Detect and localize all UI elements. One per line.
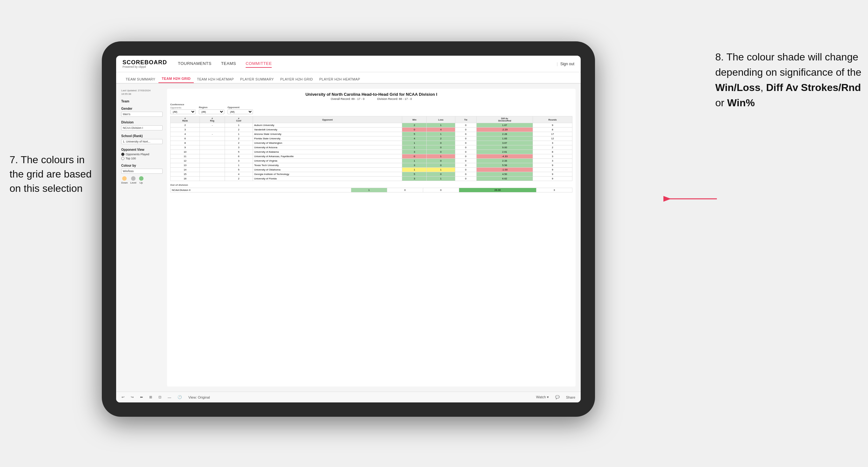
- colour-by-select[interactable]: Win/loss: [121, 168, 163, 174]
- gender-label: Gender: [121, 107, 163, 111]
- nav-item-teams[interactable]: TEAMS: [221, 60, 236, 68]
- col-opponent: Opponent: [253, 117, 402, 123]
- gender-select[interactable]: Men's: [121, 112, 163, 117]
- table-row-reg: [200, 159, 225, 163]
- table-row-rounds: 9: [533, 163, 572, 168]
- annotation-left: 7. The colours in the grid are based on …: [9, 153, 99, 195]
- sub-nav-player-h2h-heatmap[interactable]: PLAYER H2H HEATMAP: [316, 75, 363, 83]
- conference-filter: Conference Opponents: (All): [170, 103, 196, 114]
- table-row-loss: 1: [427, 132, 455, 136]
- table-row-win: 1: [402, 159, 427, 163]
- school-section: School (Rank) 1. University of Nort...: [121, 134, 163, 144]
- table-row-rounds: 9: [533, 123, 572, 128]
- table-row-rank: 12: [170, 159, 200, 163]
- legend-down-label: Down: [121, 181, 128, 184]
- table-row-rank: 4: [170, 132, 200, 136]
- table-row-conf: 5: [225, 150, 253, 154]
- sub-nav-team-summary[interactable]: TEAM SUMMARY: [123, 75, 158, 83]
- table-row-reg: [200, 177, 225, 181]
- top-nav: SCOREBOARD Powered by clippd TOURNAMENTS…: [116, 56, 581, 72]
- sub-nav-team-h2h-grid[interactable]: TEAM H2H GRID: [158, 75, 194, 83]
- col-rank: #Rank: [170, 117, 200, 123]
- table-row-win: 1: [402, 145, 427, 150]
- annotation-right: 8. The colour shade will change dependin…: [715, 49, 862, 111]
- comment-btn[interactable]: 💬: [554, 395, 561, 400]
- division-label: Division: [121, 121, 163, 124]
- table-row-reg: [200, 154, 225, 159]
- col-conf: #Conf: [225, 117, 253, 123]
- opponent-view-section: Opponent View Opponents Played Top 100: [121, 148, 163, 160]
- table-row-win: 2: [402, 123, 427, 128]
- out-row-rounds: 3: [536, 188, 572, 192]
- dash-btn[interactable]: —: [166, 395, 173, 400]
- opponent-played-radio[interactable]: Opponents Played: [121, 153, 163, 156]
- table-row-diff: 1.67: [476, 123, 533, 128]
- table-row-tie: 0: [455, 172, 476, 177]
- view-btn[interactable]: View: Original: [187, 395, 212, 400]
- opponent-select[interactable]: (All): [227, 110, 253, 114]
- region-select[interactable]: (All): [199, 110, 224, 114]
- sub-nav-player-summary[interactable]: PLAYER SUMMARY: [237, 75, 277, 83]
- out-row-division: NCAA Division II: [170, 188, 351, 192]
- division-select[interactable]: NCAA Division I: [121, 125, 163, 130]
- sub-nav-team-h2h-heatmap[interactable]: TEAM H2H HEATMAP: [194, 75, 237, 83]
- conference-select[interactable]: (All): [170, 110, 196, 114]
- radio-dot-played: [121, 153, 124, 156]
- table-row-diff: 2.33: [476, 159, 533, 163]
- table-row-rank: 6: [170, 136, 200, 141]
- gender-section: Gender Men's: [121, 107, 163, 117]
- table-row-win: 5: [402, 172, 427, 177]
- logo: SCOREBOARD: [123, 59, 167, 65]
- clock-btn[interactable]: 🕐: [176, 395, 184, 400]
- main-content: Last Updated: 27/03/2024 16:55:38 Team G…: [116, 84, 581, 392]
- copy-btn[interactable]: ⊞: [148, 395, 154, 400]
- sign-out-link[interactable]: Sign out: [560, 62, 574, 66]
- legend-down: Down: [121, 176, 128, 184]
- overall-record: Overall Record: 89 - 17 - 0: [331, 97, 364, 100]
- table-row-rank: 2: [170, 123, 200, 128]
- paste-btn[interactable]: ⊡: [157, 395, 163, 400]
- table-row-rank: 15: [170, 172, 200, 177]
- back-btn[interactable]: ⬅: [138, 395, 145, 400]
- table-row-opponent: University of Arizona: [253, 145, 402, 150]
- school-select[interactable]: 1. University of Nort...: [121, 139, 163, 144]
- table-row-reg: [200, 163, 225, 168]
- top100-radio[interactable]: Top 100: [121, 157, 163, 160]
- col-win: Win: [402, 117, 427, 123]
- division-record: Division Record: 88 - 17 - 0: [377, 97, 412, 100]
- table-row-rank: 3: [170, 128, 200, 132]
- table-row-tie: 0: [455, 123, 476, 128]
- table-row-rank: 16: [170, 177, 200, 181]
- grid-area: University of North Carolina Head-to-Hea…: [167, 89, 576, 386]
- tablet-device: SCOREBOARD Powered by clippd TOURNAMENTS…: [102, 41, 595, 417]
- table-row-reg: [200, 128, 225, 132]
- nav-item-tournaments[interactable]: TOURNAMENTS: [178, 60, 212, 68]
- table-row-rounds: 9: [533, 177, 572, 181]
- sub-nav-player-h2h-grid[interactable]: PLAYER H2H GRID: [277, 75, 316, 83]
- table-row-win: 0: [402, 154, 427, 159]
- table-row-opponent: Arizona State University: [253, 132, 402, 136]
- table-row-tie: 0: [455, 159, 476, 163]
- undo-btn[interactable]: ↩: [120, 395, 126, 400]
- table-row-rounds: 3: [533, 159, 572, 163]
- table-row-win: 1: [402, 168, 427, 172]
- out-row-diff: 26.00: [459, 188, 536, 192]
- table-row-tie: 0: [455, 163, 476, 168]
- annotation-right-bold1: Win/Loss: [715, 82, 761, 93]
- filters-row: Conference Opponents: (All) Region (All): [170, 103, 572, 114]
- annotation-right-prefix: 8. The colour shade will change dependin…: [715, 51, 861, 78]
- table-row-diff: 1.83: [476, 136, 533, 141]
- nav-item-committee[interactable]: COMMITTEE: [246, 60, 272, 68]
- table-row-reg: [200, 150, 225, 154]
- division-section: Division NCAA Division I: [121, 121, 163, 130]
- tablet-screen: SCOREBOARD Powered by clippd TOURNAMENTS…: [116, 56, 581, 402]
- share-btn[interactable]: Share: [564, 395, 577, 400]
- radio-dot-top100: [121, 157, 124, 160]
- table-row-rounds: 8: [533, 150, 572, 154]
- watch-btn[interactable]: Watch ▾: [534, 395, 551, 400]
- table-row-conf: 2: [225, 136, 253, 141]
- colour-by-section: Colour by Win/loss Down Level: [121, 164, 163, 184]
- table-row-diff: 6.62: [476, 177, 533, 181]
- redo-btn[interactable]: ↪: [129, 395, 135, 400]
- table-row-opponent: Auburn University: [253, 123, 402, 128]
